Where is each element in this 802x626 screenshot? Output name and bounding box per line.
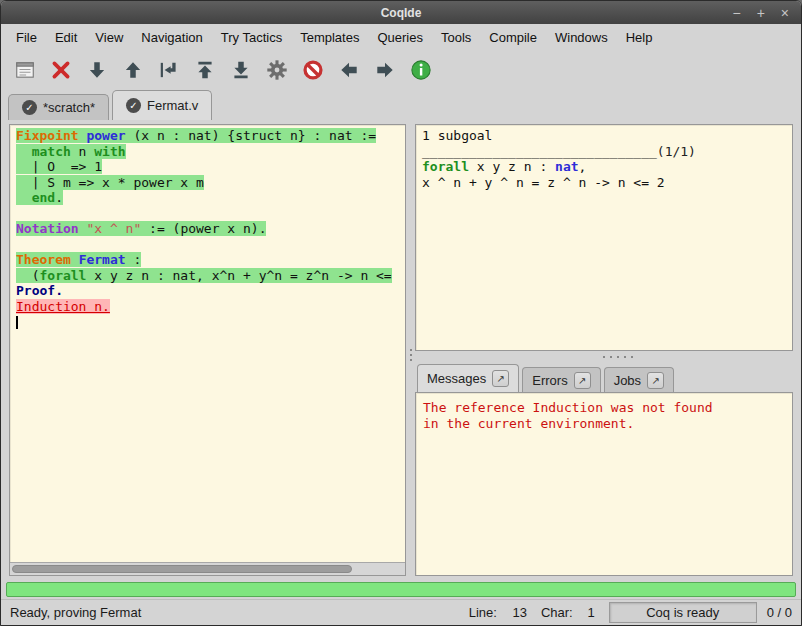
step-backward-icon[interactable] (121, 58, 145, 82)
window-title: CoqIde (1, 6, 801, 20)
text-line: | O => 1 (16, 159, 405, 175)
line-label: Line: (469, 605, 497, 620)
minimize-button[interactable]: − (732, 6, 740, 20)
menu-help[interactable]: Help (617, 25, 662, 50)
tab-jobs[interactable]: Jobs ↗ (604, 367, 674, 392)
window-controls: − + × (732, 6, 801, 20)
line-value: 13 (497, 605, 527, 620)
tab-label: Errors (532, 373, 567, 388)
maximize-button[interactable]: + (757, 6, 765, 20)
tab-errors[interactable]: Errors ↗ (522, 367, 600, 392)
feedback-tabstrip: Messages ↗ Errors ↗ Jobs ↗ (415, 362, 793, 392)
goals-pane[interactable]: 1 subgoal______________________________(… (415, 124, 793, 351)
new-buffer-icon[interactable] (13, 58, 37, 82)
check-icon: ✓ (22, 100, 37, 115)
preferences-gear-icon[interactable] (265, 58, 289, 82)
text-line: Fixpoint power (x n : nat) {struct n} : … (16, 128, 405, 144)
splitter-grip-icon (410, 349, 412, 351)
splitter-grip-icon (603, 356, 605, 358)
menu-queries[interactable]: Queries (368, 25, 432, 50)
script-editor[interactable]: Fixpoint power (x n : nat) {struct n} : … (10, 125, 405, 562)
progress-bar (6, 582, 796, 597)
restart-icon[interactable] (193, 58, 217, 82)
text-line: | S m => x * power x m (16, 175, 405, 191)
text-line: x ^ n + y ^ n = z ^ n -> n <= 2 (422, 175, 792, 191)
interrupt-icon[interactable] (301, 58, 325, 82)
menu-tools[interactable]: Tools (432, 25, 480, 50)
menubar: File Edit View Navigation Try Tactics Te… (1, 24, 801, 51)
menu-windows[interactable]: Windows (546, 25, 617, 50)
menu-view[interactable]: View (86, 25, 132, 50)
messages-pane[interactable]: The reference Induction was not foundin … (415, 392, 793, 576)
status-text: Ready, proving Fermat (10, 605, 455, 620)
text-line (16, 314, 405, 330)
menu-compile[interactable]: Compile (480, 25, 546, 50)
statusbar: Ready, proving Fermat Line: 13 Char: 1 C… (1, 599, 801, 625)
text-line: Proof. (16, 283, 405, 299)
menu-file[interactable]: File (7, 25, 46, 50)
next-occurrence-icon[interactable] (373, 58, 397, 82)
horizontal-scrollbar[interactable] (10, 562, 405, 575)
detach-icon[interactable]: ↗ (574, 372, 591, 389)
tab-label: Fermat.v (147, 98, 198, 113)
close-button[interactable]: × (781, 6, 789, 20)
text-line: end. (16, 190, 405, 206)
text-line: Theorem Fermat : (16, 252, 405, 268)
coqide-window: CoqIde − + × File Edit View Navigation T… (0, 0, 802, 626)
previous-occurrence-icon[interactable] (337, 58, 361, 82)
text-line: match n with (16, 144, 405, 160)
text-line (16, 237, 405, 253)
main-content: Fixpoint power (x n : nat) {struct n} : … (1, 120, 801, 580)
script-pane: Fixpoint power (x n : nat) {struct n} : … (9, 124, 406, 576)
text-cursor (16, 316, 18, 329)
tab-label: Jobs (614, 373, 641, 388)
check-icon: ✓ (126, 98, 141, 113)
text-line: The reference Induction was not found (423, 400, 792, 416)
step-forward-icon[interactable] (85, 58, 109, 82)
text-line (16, 206, 405, 222)
menu-navigation[interactable]: Navigation (132, 25, 211, 50)
coq-status: Coq is ready (609, 602, 757, 623)
tab-label: *scratch* (43, 100, 95, 115)
tab-scratch[interactable]: ✓ *scratch* (8, 94, 109, 120)
run-to-end-icon[interactable] (229, 58, 253, 82)
menu-templates[interactable]: Templates (291, 25, 368, 50)
scrollbar-thumb[interactable] (12, 565, 352, 573)
titlebar[interactable]: CoqIde − + × (1, 1, 801, 24)
text-line: forall x y z n : nat, (422, 159, 792, 175)
info-icon[interactable] (409, 58, 433, 82)
vertical-splitter[interactable] (406, 124, 415, 576)
char-value: 1 (573, 605, 595, 620)
progress-row (1, 580, 801, 599)
menu-edit[interactable]: Edit (46, 25, 86, 50)
close-buffer-icon[interactable] (49, 58, 73, 82)
horizontal-splitter[interactable] (415, 351, 793, 362)
text-line: ______________________________(1/1) (422, 144, 792, 160)
char-label: Char: (541, 605, 573, 620)
text-line: Notation "x ^ n" := (power x n). (16, 221, 405, 237)
detach-icon[interactable]: ↗ (647, 372, 664, 389)
tab-label: Messages (427, 371, 486, 386)
text-line: 1 subgoal (422, 128, 792, 144)
text-line: Induction n. (16, 299, 405, 315)
right-column: 1 subgoal______________________________(… (415, 124, 793, 576)
text-line: in the current environment. (423, 416, 792, 432)
buffer-tabstrip: ✓ *scratch* ✓ Fermat.v (1, 89, 801, 120)
go-to-cursor-icon[interactable] (157, 58, 181, 82)
text-line: (forall x y z n : nat, x^n + y^n = z^n -… (16, 268, 405, 284)
detach-icon[interactable]: ↗ (492, 370, 509, 387)
menu-try-tactics[interactable]: Try Tactics (212, 25, 291, 50)
toolbar (1, 51, 801, 89)
tab-fermat[interactable]: ✓ Fermat.v (112, 90, 212, 120)
pending-counter: 0 / 0 (767, 605, 792, 620)
tab-messages[interactable]: Messages ↗ (417, 364, 519, 392)
